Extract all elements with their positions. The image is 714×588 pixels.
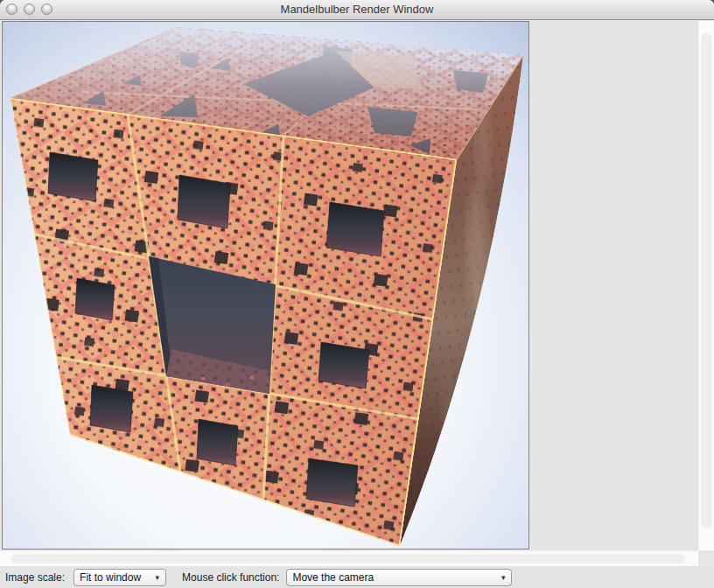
mouse-click-function-select[interactable]: Move the camera ▾	[286, 569, 512, 586]
dropdown-arrow-icon: ▾	[501, 573, 506, 582]
image-scale-value: Fit to window	[80, 571, 141, 584]
render-viewport[interactable]	[2, 21, 529, 550]
window-titlebar[interactable]: Mandelbulber Render Window	[0, 0, 714, 20]
menger-sponge-render	[3, 22, 528, 549]
mouse-click-function-value: Move the camera	[292, 571, 374, 584]
bottom-toolbar: Image scale: Fit to window ▾ Mouse click…	[0, 566, 714, 588]
dropdown-arrow-icon: ▾	[156, 573, 160, 582]
vertical-scrollbar-thumb[interactable]	[701, 33, 712, 528]
vertical-scrollbar[interactable]	[698, 21, 714, 550]
mouse-click-function-label: Mouse click function:	[182, 571, 279, 584]
image-scale-label: Image scale:	[5, 571, 65, 584]
horizontal-scrollbar-thumb[interactable]	[11, 554, 685, 564]
horizontal-scrollbar[interactable]	[0, 550, 698, 566]
side-panel	[531, 21, 698, 550]
image-scale-select[interactable]: Fit to window ▾	[74, 569, 166, 586]
window-title: Mandelbulber Render Window	[0, 0, 714, 19]
mandelbulber-render-window: Mandelbulber Render Window	[0, 0, 714, 588]
